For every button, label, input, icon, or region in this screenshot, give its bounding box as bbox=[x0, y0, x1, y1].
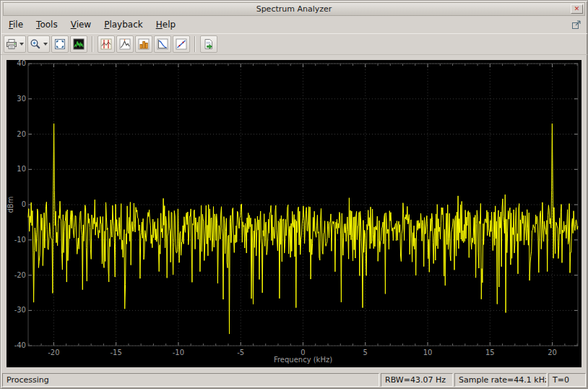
toolbar bbox=[1, 33, 587, 55]
menu-file[interactable]: File bbox=[2, 17, 30, 33]
print-button[interactable] bbox=[4, 35, 26, 53]
svg-text:10: 10 bbox=[17, 165, 26, 173]
svg-text:-10: -10 bbox=[173, 349, 184, 356]
peak-finder-button[interactable] bbox=[116, 35, 134, 53]
svg-text:-15: -15 bbox=[110, 349, 121, 356]
spectral-mask-icon bbox=[176, 38, 187, 50]
ccdf-measurements-button[interactable] bbox=[154, 35, 171, 53]
print-dropdown-arrow-icon bbox=[20, 43, 24, 46]
cursor-measurements-icon bbox=[100, 38, 112, 50]
window-title: Spectrum Analyzer bbox=[4, 4, 584, 14]
svg-text:20: 20 bbox=[548, 349, 557, 356]
distortion-measurements-icon bbox=[138, 38, 150, 50]
menu-items: FileToolsViewPlaybackHelp bbox=[2, 17, 569, 33]
toolbar-separator bbox=[194, 36, 196, 52]
dock-icon bbox=[571, 20, 581, 30]
cursor-measurements-button[interactable] bbox=[98, 35, 115, 53]
svg-text:10: 10 bbox=[423, 349, 433, 356]
spectrum-canvas[interactable]: -20-15-10-505101520-40-30-20-10010203040… bbox=[7, 60, 581, 367]
distortion-measurements-button[interactable] bbox=[135, 35, 152, 53]
status-sample-rate: Sample rate=44.1 kHz bbox=[454, 373, 547, 387]
svg-text:dBm: dBm bbox=[7, 197, 14, 213]
ccdf-measurements-icon bbox=[157, 38, 168, 50]
export-button[interactable] bbox=[200, 35, 217, 53]
menu-tools[interactable]: Tools bbox=[30, 17, 64, 33]
close-button[interactable]: ✕ bbox=[571, 4, 583, 14]
spectrum-plot[interactable]: -20-15-10-505101520-40-30-20-10010203040… bbox=[7, 60, 581, 367]
toolbar-separator bbox=[92, 36, 93, 52]
status-rbw: RBW=43.07 Hz bbox=[381, 373, 453, 387]
svg-text:-40: -40 bbox=[14, 341, 26, 349]
menu-playback[interactable]: Playback bbox=[98, 17, 150, 33]
fit-to-view-icon bbox=[54, 38, 66, 50]
svg-text:-20: -20 bbox=[48, 349, 59, 356]
svg-text:0: 0 bbox=[22, 200, 26, 208]
svg-text:-30: -30 bbox=[14, 306, 26, 314]
zoom-dropdown-arrow-icon bbox=[43, 43, 48, 46]
svg-text:Frequency (kHz): Frequency (kHz) bbox=[274, 356, 332, 364]
spectrum-analyzer-window: Spectrum Analyzer ✕ FileToolsViewPlaybac… bbox=[0, 0, 588, 389]
svg-text:-10: -10 bbox=[14, 236, 26, 244]
menu-view[interactable]: View bbox=[64, 17, 98, 33]
menu-bar: FileToolsViewPlaybackHelp bbox=[1, 16, 587, 33]
spectral-mask-button[interactable] bbox=[173, 35, 190, 53]
status-time: T=0 bbox=[548, 373, 586, 387]
zoom-button[interactable] bbox=[27, 35, 50, 53]
dock-button[interactable] bbox=[569, 18, 584, 31]
svg-text:15: 15 bbox=[485, 349, 495, 356]
title-bar[interactable]: Spectrum Analyzer ✕ bbox=[3, 2, 585, 16]
fit-to-view-button[interactable] bbox=[51, 35, 69, 53]
spectrum-settings-icon bbox=[73, 38, 85, 50]
status-processing: Processing bbox=[2, 373, 379, 387]
svg-text:5: 5 bbox=[363, 349, 368, 356]
svg-text:-20: -20 bbox=[14, 271, 26, 279]
zoom-icon bbox=[30, 38, 41, 50]
status-bar: Processing RBW=43.07 Hz Sample rate=44.1… bbox=[1, 372, 587, 388]
close-icon: ✕ bbox=[574, 5, 580, 12]
svg-text:20: 20 bbox=[17, 130, 26, 138]
peak-finder-icon bbox=[119, 38, 131, 50]
svg-text:-5: -5 bbox=[237, 349, 244, 356]
svg-text:40: 40 bbox=[17, 60, 26, 67]
print-icon bbox=[6, 38, 17, 50]
export-icon bbox=[203, 38, 215, 50]
menu-help[interactable]: Help bbox=[150, 17, 182, 33]
svg-text:30: 30 bbox=[17, 95, 26, 103]
spectrum-settings-button[interactable] bbox=[70, 35, 87, 53]
